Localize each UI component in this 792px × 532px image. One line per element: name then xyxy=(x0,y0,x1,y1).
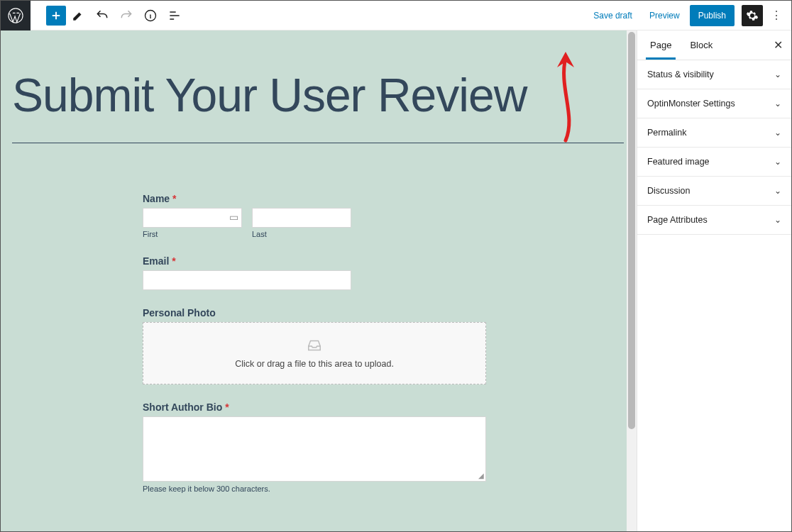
scrollbar-thumb[interactable] xyxy=(628,32,635,429)
chevron-down-icon: ⌄ xyxy=(774,157,781,167)
more-options-icon[interactable]: ⋮ xyxy=(766,5,787,26)
contact-card-icon: ▭ xyxy=(229,211,238,223)
tab-page[interactable]: Page xyxy=(646,31,676,60)
chevron-down-icon: ⌄ xyxy=(774,99,781,109)
email-input[interactable] xyxy=(143,270,351,290)
add-block-button[interactable] xyxy=(46,6,66,26)
close-sidebar-icon[interactable]: ✕ xyxy=(774,38,783,52)
chevron-down-icon: ⌄ xyxy=(774,215,781,225)
field-label-bio: Short Author Bio * xyxy=(143,401,490,413)
sublabel-first: First xyxy=(143,230,242,238)
last-name-input[interactable] xyxy=(252,208,351,228)
sublabel-last: Last xyxy=(252,230,351,238)
field-label-name: Name * xyxy=(143,193,490,204)
bio-hint: Please keep it below 300 characters. xyxy=(143,484,490,493)
bio-textarea[interactable]: ◢ xyxy=(143,416,486,482)
field-label-photo: Personal Photo xyxy=(143,307,490,318)
page-title[interactable]: Submit Your User Review xyxy=(1,31,637,143)
embedded-form: Name * ▭ First Last xyxy=(143,193,490,493)
preview-button[interactable]: Preview xyxy=(642,6,687,25)
redo-icon[interactable] xyxy=(114,1,138,30)
tab-block[interactable]: Block xyxy=(686,31,717,60)
undo-icon[interactable] xyxy=(90,1,114,30)
first-name-input[interactable]: ▭ xyxy=(143,208,242,228)
settings-sidebar: Page Block ✕ Status & visibility⌄ OptinM… xyxy=(637,31,791,531)
file-upload-dropzone[interactable]: Click or drag a file to this area to upl… xyxy=(143,322,486,384)
publish-button[interactable]: Publish xyxy=(690,5,735,26)
chevron-down-icon: ⌄ xyxy=(774,186,781,196)
dropzone-hint: Click or drag a file to this area to upl… xyxy=(235,359,394,369)
info-icon[interactable] xyxy=(138,1,163,30)
panel-discussion[interactable]: Discussion⌄ xyxy=(637,177,791,206)
inbox-icon xyxy=(305,338,324,353)
save-draft-button[interactable]: Save draft xyxy=(586,6,639,25)
wordpress-logo-icon[interactable] xyxy=(1,1,31,31)
panel-featured-image[interactable]: Featured image⌄ xyxy=(637,148,791,177)
edit-mode-icon[interactable] xyxy=(66,1,90,30)
sidebar-tabs: Page Block ✕ xyxy=(637,31,791,60)
panel-permalink[interactable]: Permalink⌄ xyxy=(637,118,791,148)
panel-status-visibility[interactable]: Status & visibility⌄ xyxy=(637,60,791,89)
divider xyxy=(12,143,624,143)
settings-gear-icon[interactable] xyxy=(742,5,763,26)
panel-optinmonster[interactable]: OptinMonster Settings⌄ xyxy=(637,89,791,118)
chevron-down-icon: ⌄ xyxy=(774,70,781,79)
resize-handle-icon[interactable]: ◢ xyxy=(478,472,484,480)
outline-icon[interactable] xyxy=(163,1,187,30)
field-label-email: Email * xyxy=(143,255,490,267)
canvas-scrollbar[interactable] xyxy=(627,31,637,531)
chevron-down-icon: ⌄ xyxy=(774,128,781,138)
editor-canvas[interactable]: Submit Your User Review Name * ▭ First xyxy=(1,31,637,531)
editor-toolbar: Save draft Preview Publish ⋮ xyxy=(1,1,791,31)
panel-page-attributes[interactable]: Page Attributes⌄ xyxy=(637,206,791,235)
